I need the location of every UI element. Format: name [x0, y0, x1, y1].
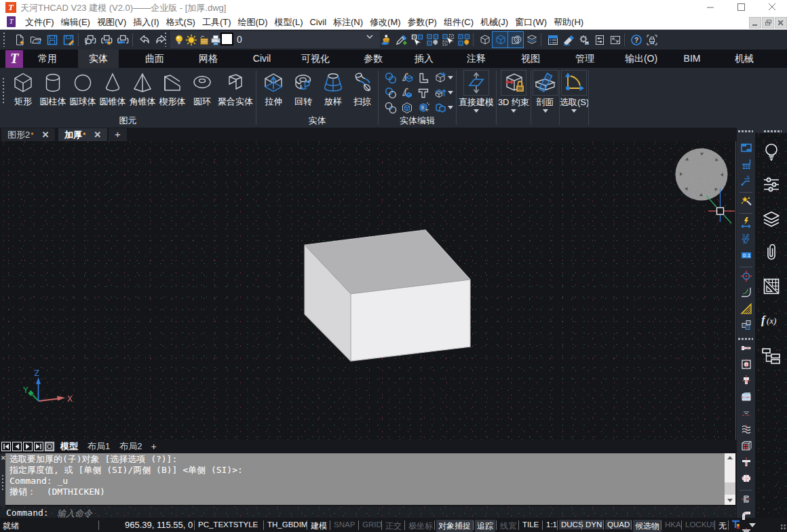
status-toggle-无[interactable]: 无 — [718, 520, 727, 532]
ribbon-tab-参数[interactable]: 参数 — [351, 50, 395, 68]
ribbon-small-edit-slice[interactable] — [401, 72, 413, 84]
brush-button[interactable] — [378, 32, 394, 48]
status-toggle-QUAD[interactable]: QUAD — [605, 520, 632, 529]
printer-frame-button[interactable] — [644, 32, 659, 48]
ribbon-tab-BIM[interactable]: BIM — [670, 50, 714, 68]
ribbon-tab-Civil[interactable]: Civil — [240, 50, 284, 68]
cube-circle-sel-button[interactable] — [508, 32, 524, 48]
ribbon-tab-曲面[interactable]: 曲面 — [133, 50, 176, 68]
part-clamp-button[interactable] — [740, 375, 752, 387]
ribbon-button-选取(S)[interactable]: 选取(S) — [560, 70, 588, 113]
minimize-button[interactable] — [700, 0, 721, 14]
flash-arrow-button[interactable] — [740, 216, 752, 229]
menu-组件(C)[interactable]: 组件(C) — [440, 15, 477, 29]
viewport-canvas[interactable]: X Y Z — [0, 141, 736, 440]
menu-参数(P)[interactable]: 参数(P) — [404, 15, 440, 29]
scrollbar-thumb[interactable] — [725, 482, 735, 495]
layer-name-value[interactable]: 0 — [237, 34, 242, 45]
menu-工具(T)[interactable]: 工具(T) — [199, 15, 235, 29]
save-as-button[interactable] — [60, 32, 76, 48]
springs-button[interactable] — [740, 423, 752, 436]
tee2-button[interactable] — [740, 526, 752, 532]
toolbar-grip[interactable] — [738, 338, 753, 340]
status-toggle-TH_GBDIM[interactable]: TH_GBDIM — [267, 520, 307, 529]
layout-tab-布局1[interactable]: 布局1 — [83, 440, 115, 453]
ribbon-tab-管理[interactable]: 管理 — [563, 50, 607, 68]
layout-tab-模型[interactable]: 模型 — [56, 440, 83, 453]
fx-o-button[interactable]: f(x) — [760, 310, 783, 329]
menu-插入(I)[interactable]: 插入(I) — [130, 15, 162, 29]
layout-nav-quickview[interactable] — [45, 442, 54, 451]
status-toggle-1:1[interactable]: 1:1 — [546, 520, 557, 529]
ribbon-logo-icon[interactable]: T — [5, 50, 23, 68]
hatchgrid-o-button[interactable] — [760, 277, 783, 296]
command-scrollbar[interactable] — [725, 453, 735, 505]
corner-curve-button[interactable] — [740, 286, 752, 299]
tri32-button[interactable]: 3.2 — [740, 233, 752, 245]
menu-帮助(H)[interactable]: 帮助(H) — [550, 15, 587, 29]
close-button[interactable] — [762, 0, 782, 14]
ribbon-small-edit-slice2[interactable] — [401, 87, 413, 99]
ribbon-small-edit-T[interactable] — [417, 87, 429, 99]
cube-wire-button[interactable] — [477, 32, 493, 48]
status-toggle-对象捕捉[interactable]: 对象捕捉 — [436, 520, 473, 532]
publish-button[interactable] — [115, 32, 130, 48]
plot-button[interactable] — [98, 32, 114, 48]
menu-视图(V)[interactable]: 视图(V) — [94, 15, 130, 29]
mdi-minimize-button[interactable] — [749, 17, 761, 28]
pattern-box-button[interactable] — [740, 440, 752, 452]
ribbon-small-edit-L[interactable] — [417, 72, 429, 84]
ribbon-small-edit-subtract[interactable] — [385, 87, 397, 99]
menu-机械(J)[interactable]: 机械(J) — [477, 15, 512, 29]
box01-button[interactable]: 0.1 — [740, 249, 752, 261]
toolbar-grip[interactable] — [764, 130, 782, 132]
cube-stack-button[interactable] — [524, 32, 539, 48]
ribbon-tab-实体[interactable]: 实体 — [78, 50, 119, 68]
ribbon-small-edit-cube-up[interactable] — [434, 87, 446, 99]
menu-绘图(D)[interactable]: 绘图(D) — [235, 15, 271, 29]
layout-nav-last[interactable] — [34, 442, 43, 451]
ribbon-small-edit-cube-edge[interactable] — [434, 72, 446, 84]
status-toggle-TILE[interactable]: TILE — [522, 520, 539, 529]
command-grip[interactable] — [2, 475, 3, 490]
layer-dropdown-chevron[interactable] — [365, 32, 375, 41]
doc-tab-close-icon[interactable]: ✕ — [94, 130, 101, 140]
doc-tab-加厚[interactable]: 加厚*✕ — [58, 128, 107, 141]
target-red-button[interactable] — [740, 270, 752, 282]
screen-arrows-button[interactable] — [607, 32, 623, 48]
ribbon-tab-可视化[interactable]: 可视化 — [294, 50, 337, 68]
eraser-button[interactable] — [560, 32, 576, 48]
doc-tab-close-icon[interactable]: ✕ — [42, 130, 50, 140]
sliders-panel-button[interactable] — [592, 32, 607, 48]
print-preview-button[interactable] — [82, 32, 98, 48]
hatch-corner-button[interactable] — [740, 303, 752, 315]
doc-tab-图形2[interactable]: 图形2*✕ — [1, 128, 55, 141]
mdi-restore-button[interactable] — [762, 17, 774, 28]
cube-blue-sel-button[interactable] — [493, 32, 508, 48]
ribbon-button-3D 约束[interactable]: 3D 约束 — [497, 70, 531, 113]
menu-格式(S)[interactable]: 格式(S) — [163, 15, 199, 29]
menu-修改(M)[interactable]: 修改(M) — [366, 15, 404, 29]
menu-编辑(E)[interactable]: 编辑(E) — [58, 15, 94, 29]
ribbon-button-直接建模[interactable]: 直接建模 — [457, 70, 496, 113]
ribbon-button-聚合实体[interactable]: 聚合实体 — [215, 71, 256, 108]
ribbon-small-edit-union[interactable] — [385, 72, 397, 84]
folder-open-button[interactable] — [28, 32, 43, 48]
dropdown-icon[interactable] — [543, 109, 548, 113]
ribbon-small-edit-cube-cursor[interactable] — [417, 102, 429, 114]
channel-button[interactable] — [740, 493, 752, 506]
panel-list-button[interactable] — [545, 32, 560, 48]
clip-o-button[interactable] — [760, 243, 783, 262]
cubes3-button[interactable] — [740, 319, 752, 331]
resize-grip[interactable] — [780, 524, 786, 530]
menu-窗口(W)[interactable]: 窗口(W) — [512, 15, 550, 29]
layout-nav-next[interactable] — [23, 442, 33, 451]
squares-bulb-gray-button[interactable] — [425, 32, 440, 48]
dropdown-icon[interactable] — [448, 91, 453, 94]
status-toggle-建模[interactable]: 建模 — [311, 520, 327, 532]
bolt-side-button[interactable] — [740, 342, 752, 354]
toolbar-grip[interactable] — [738, 130, 753, 132]
status-toggle-SNAP[interactable]: SNAP — [334, 520, 355, 529]
mdi-close-button[interactable] — [775, 17, 787, 28]
ribbon-tab-常用[interactable]: 常用 — [26, 50, 69, 68]
